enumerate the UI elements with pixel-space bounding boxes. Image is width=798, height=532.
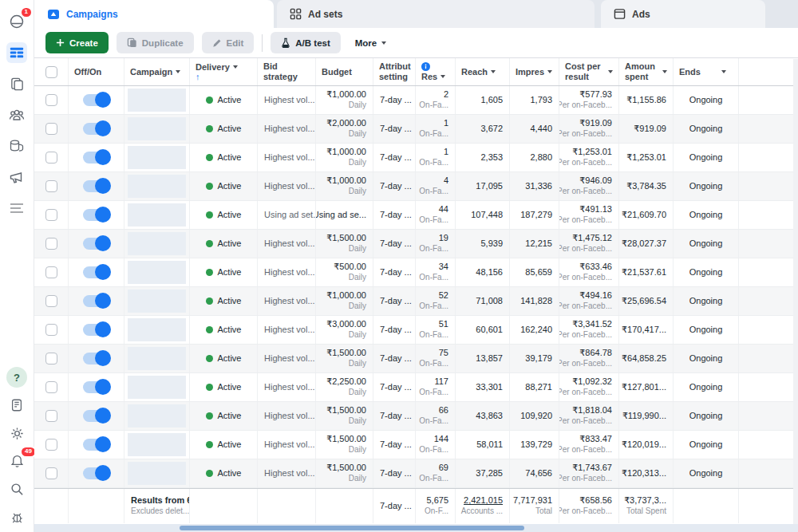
- campaign-on-toggle[interactable]: [83, 467, 109, 479]
- notifications-icon[interactable]: 49: [6, 451, 27, 471]
- sidebar-item-advertise[interactable]: [6, 167, 27, 187]
- column-header-bid-strategy[interactable]: Bid strategy: [258, 58, 316, 85]
- row-checkbox[interactable]: [45, 381, 57, 393]
- row-checkbox[interactable]: [45, 295, 57, 307]
- account-icon[interactable]: 1: [6, 11, 27, 32]
- impressions-cell: 141,828: [510, 287, 559, 315]
- sidebar-item-ads-manager[interactable]: [6, 42, 27, 63]
- table-header-row: Off/On Campaign Delivery ↑ Bid strategy …: [34, 58, 798, 86]
- column-header-attribution[interactable]: Attribut setting: [373, 58, 416, 85]
- tab-ads-label: Ads: [632, 9, 650, 20]
- campaign-on-toggle[interactable]: [83, 295, 109, 307]
- tab-ads[interactable]: Ads: [601, 0, 765, 28]
- row-checkbox[interactable]: [45, 123, 57, 135]
- campaign-name-cell[interactable]: [124, 172, 190, 200]
- column-header-delivery[interactable]: Delivery ↑: [190, 58, 258, 85]
- sidebar-item-audiences[interactable]: [6, 104, 27, 125]
- campaign-name-cell[interactable]: [124, 287, 190, 315]
- row-checkbox[interactable]: [45, 238, 57, 250]
- sidebar-item-pages[interactable]: [6, 73, 27, 94]
- search-icon[interactable]: [6, 479, 27, 499]
- campaign-name-cell[interactable]: [124, 115, 190, 143]
- horizontal-scrollbar-thumb[interactable]: [180, 526, 524, 530]
- totals-attribution-value: 7-day ...: [380, 501, 409, 512]
- campaign-on-toggle[interactable]: [83, 152, 109, 164]
- amount-spent-cell: ₹1,253.01: [619, 144, 674, 171]
- row-checkbox[interactable]: [45, 152, 57, 164]
- bid-strategy-cell: Highest vol...: [258, 230, 316, 258]
- more-button[interactable]: More: [349, 38, 393, 48]
- bid-strategy-cell: Using ad set...: [258, 201, 316, 229]
- settings-icon[interactable]: [6, 423, 27, 443]
- table-row: Active Highest vol... ₹500.00 Daily 7-da…: [34, 258, 798, 287]
- vertical-scrollbar[interactable]: [793, 59, 798, 524]
- edit-button[interactable]: Edit: [202, 32, 255, 53]
- campaign-name-cell[interactable]: [124, 316, 190, 344]
- campaign-on-toggle[interactable]: [83, 324, 109, 336]
- column-header-reach[interactable]: Reach: [456, 58, 510, 85]
- row-checkbox[interactable]: [45, 180, 57, 192]
- guide-icon[interactable]: [6, 395, 27, 416]
- campaign-on-toggle[interactable]: [83, 439, 109, 451]
- campaign-on-toggle[interactable]: [83, 353, 109, 365]
- row-checkbox[interactable]: [45, 439, 57, 451]
- column-header-impressions[interactable]: Impres: [510, 58, 559, 85]
- help-icon[interactable]: ?: [6, 367, 27, 388]
- campaign-name-cell[interactable]: [124, 144, 190, 171]
- row-checkbox[interactable]: [45, 410, 57, 422]
- campaign-name-cell[interactable]: [124, 230, 190, 258]
- column-header-cost-per-result[interactable]: Cost per result: [559, 58, 619, 85]
- filler-cell: [739, 144, 798, 171]
- totals-budget-cell: [316, 489, 373, 523]
- campaign-name-cell[interactable]: [124, 431, 190, 459]
- ab-test-button[interactable]: A/B test: [271, 32, 340, 53]
- tab-campaigns[interactable]: Campaigns: [34, 0, 274, 28]
- create-button[interactable]: Create: [45, 32, 109, 53]
- campaign-on-toggle[interactable]: [83, 266, 109, 278]
- campaign-name-cell[interactable]: [124, 373, 190, 401]
- column-header-campaign[interactable]: Campaign: [124, 58, 190, 85]
- report-bug-icon[interactable]: [6, 506, 27, 527]
- attribution-cell: 7-day ...: [373, 115, 416, 143]
- totals-reach-value[interactable]: 2,421,015: [464, 495, 503, 506]
- sidebar-item-all-tools[interactable]: [6, 198, 27, 219]
- column-header-budget[interactable]: Budget: [316, 58, 373, 85]
- ends-value: Ongoing: [689, 411, 723, 422]
- select-all-checkbox[interactable]: [45, 66, 57, 78]
- row-checkbox[interactable]: [45, 324, 57, 336]
- campaign-name-cell[interactable]: [124, 402, 190, 430]
- campaign-name-cell[interactable]: [124, 86, 190, 114]
- row-checkbox[interactable]: [45, 353, 57, 365]
- campaign-on-toggle[interactable]: [83, 209, 109, 221]
- campaign-name-cell[interactable]: [124, 345, 190, 372]
- results-sub: On-Fa...: [419, 301, 448, 312]
- campaign-name-cell[interactable]: [124, 258, 190, 286]
- column-header-ends[interactable]: Ends: [674, 58, 739, 85]
- campaign-on-toggle[interactable]: [83, 238, 109, 250]
- tab-ad-sets[interactable]: Ad sets: [277, 0, 595, 28]
- amount-spent-header-label: Amoun spent: [625, 61, 659, 81]
- reach-cell: 37,285: [456, 459, 510, 487]
- campaign-name-redacted: [128, 146, 186, 169]
- campaign-on-toggle[interactable]: [83, 180, 109, 192]
- campaign-name-redacted: [128, 261, 186, 284]
- campaign-name-cell[interactable]: [124, 201, 190, 229]
- campaign-on-toggle[interactable]: [83, 410, 109, 422]
- impressions-value: 162,240: [520, 325, 552, 336]
- column-header-amount-spent[interactable]: Amoun spent: [619, 58, 674, 85]
- sidebar-item-billing[interactable]: [6, 136, 27, 156]
- campaign-on-toggle[interactable]: [83, 381, 109, 393]
- row-checkbox[interactable]: [45, 266, 57, 278]
- row-checkbox[interactable]: [45, 94, 57, 106]
- horizontal-scrollbar[interactable]: [34, 524, 798, 532]
- duplicate-button[interactable]: Duplicate: [117, 32, 194, 53]
- row-checkbox[interactable]: [45, 209, 57, 221]
- cost-per-result-sub: Per on-Faceb...: [559, 359, 612, 369]
- campaign-on-toggle[interactable]: [83, 123, 109, 135]
- campaign-on-toggle[interactable]: [83, 94, 109, 106]
- campaign-name-cell[interactable]: [124, 459, 190, 487]
- row-checkbox[interactable]: [45, 467, 57, 479]
- column-header-results[interactable]: Res: [416, 58, 456, 85]
- ends-cell: Ongoing: [674, 316, 739, 344]
- totals-ends-cell: [674, 489, 739, 523]
